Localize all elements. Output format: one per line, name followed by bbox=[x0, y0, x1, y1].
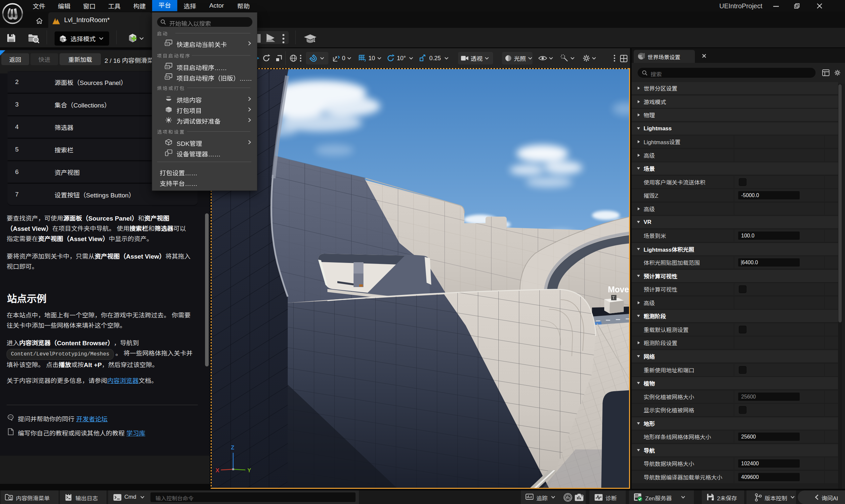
svg-text:X: X bbox=[216, 467, 220, 473]
svg-text:T: T bbox=[612, 295, 615, 300]
svg-text:Z: Z bbox=[231, 445, 234, 451]
svg-text:Move: Move bbox=[608, 285, 629, 294]
svg-text:Y: Y bbox=[247, 467, 251, 473]
